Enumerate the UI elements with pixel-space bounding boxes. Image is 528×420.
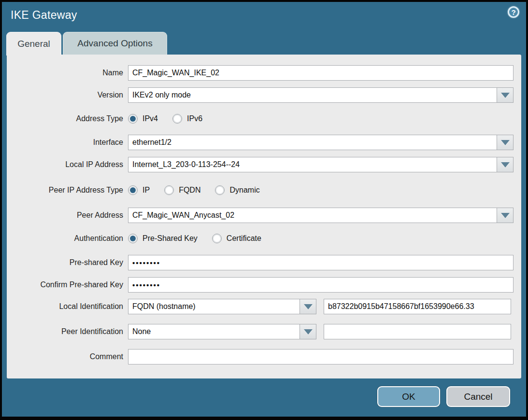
peer-identification-value-input[interactable]	[324, 324, 511, 339]
local-identification-type-input[interactable]	[128, 299, 300, 314]
row-version: Version	[7, 87, 521, 103]
radio-option-certificate[interactable]: Certificate	[212, 234, 261, 243]
radio-pre-shared-key-label: Pre-Shared Key	[143, 234, 198, 243]
local-identification-label: Local Identification	[7, 302, 128, 311]
peer-identification-label: Peer Identification	[7, 327, 128, 336]
radio-dynamic[interactable]	[215, 185, 225, 195]
general-tab-panel: Name Version Address Type IPv4	[7, 55, 521, 378]
peer-address-dropdown	[128, 208, 514, 223]
row-authentication: Authentication Pre-Shared Key Certificat…	[7, 231, 521, 246]
help-icon[interactable]: ?	[508, 6, 519, 18]
row-confirm-pre-shared-key: Confirm Pre-shared Key	[7, 277, 521, 293]
local-ip-dropdown-button[interactable]	[497, 157, 514, 172]
radio-option-ipv4[interactable]: IPv4	[128, 114, 158, 124]
radio-ip-label: IP	[143, 186, 150, 195]
chevron-down-icon	[304, 329, 313, 335]
version-dropdown	[128, 87, 514, 103]
authentication-radio-group: Pre-Shared Key Certificate	[128, 234, 261, 243]
row-name: Name	[7, 65, 521, 81]
name-label: Name	[7, 69, 128, 77]
chevron-down-icon	[304, 304, 313, 309]
cancel-button[interactable]: Cancel	[446, 386, 510, 407]
local-ip-input[interactable]	[128, 157, 497, 172]
row-local-ip: Local IP Address	[7, 157, 521, 172]
row-address-type: Address Type IPv4 IPv6	[7, 111, 521, 126]
radio-option-ip[interactable]: IP	[128, 185, 150, 195]
confirm-pre-shared-key-label: Confirm Pre-shared Key	[7, 280, 128, 289]
radio-option-fqdn[interactable]: FQDN	[164, 185, 200, 195]
local-identification-type-dropdown	[128, 299, 316, 314]
radio-option-pre-shared-key[interactable]: Pre-Shared Key	[128, 234, 198, 243]
row-pre-shared-key: Pre-shared Key	[7, 255, 521, 270]
ike-gateway-dialog: IKE Gateway ? General Advanced Options N…	[0, 0, 528, 420]
chevron-down-icon	[501, 213, 510, 218]
comment-input[interactable]	[128, 349, 514, 364]
comment-label: Comment	[7, 352, 128, 361]
radio-fqdn-label: FQDN	[179, 186, 200, 195]
version-dropdown-button[interactable]	[497, 87, 514, 103]
row-interface: Interface	[7, 135, 521, 150]
peer-identification-type-input[interactable]	[128, 324, 300, 339]
pre-shared-key-label: Pre-shared Key	[7, 258, 128, 267]
local-identification-value-input[interactable]	[324, 299, 511, 314]
radio-ip[interactable]	[128, 185, 138, 195]
version-label: Version	[7, 91, 128, 99]
tab-advanced-options-label: Advanced Options	[77, 38, 152, 49]
ok-button-label: OK	[402, 392, 415, 402]
local-ip-label: Local IP Address	[7, 160, 128, 169]
dialog-titlebar: IKE Gateway ?	[2, 2, 526, 32]
radio-pre-shared-key[interactable]	[128, 234, 138, 243]
authentication-label: Authentication	[7, 234, 128, 243]
address-type-label: Address Type	[7, 114, 128, 123]
row-peer-address: Peer Address	[7, 208, 521, 223]
dialog-title: IKE Gateway	[11, 9, 77, 22]
radio-option-dynamic[interactable]: Dynamic	[215, 185, 259, 195]
pre-shared-key-input[interactable]	[128, 255, 514, 270]
tab-advanced-options[interactable]: Advanced Options	[63, 32, 167, 55]
radio-ipv4[interactable]	[128, 114, 138, 124]
row-peer-ip-type: Peer IP Address Type IP FQDN Dynamic	[7, 182, 521, 198]
address-type-radio-group: IPv4 IPv6	[128, 114, 202, 124]
interface-label: Interface	[7, 138, 128, 147]
local-ip-dropdown	[128, 157, 514, 172]
peer-identification-dropdown-button[interactable]	[300, 324, 316, 339]
interface-dropdown	[128, 135, 514, 150]
peer-ip-type-label: Peer IP Address Type	[7, 186, 128, 195]
tab-general[interactable]: General	[6, 32, 61, 56]
local-identification-dropdown-button[interactable]	[300, 299, 316, 314]
peer-identification-type-dropdown	[128, 324, 316, 339]
radio-ipv4-label: IPv4	[143, 114, 158, 123]
peer-address-dropdown-button[interactable]	[497, 208, 514, 223]
radio-ipv6-label: IPv6	[187, 114, 202, 123]
row-local-identification: Local Identification	[7, 299, 521, 314]
chevron-down-icon	[501, 93, 510, 98]
interface-input[interactable]	[128, 135, 497, 150]
version-input[interactable]	[128, 87, 497, 103]
chevron-down-icon	[501, 140, 510, 145]
radio-ipv6[interactable]	[172, 114, 182, 124]
peer-address-input[interactable]	[128, 208, 497, 223]
radio-fqdn[interactable]	[164, 185, 174, 195]
radio-option-ipv6[interactable]: IPv6	[172, 114, 202, 124]
radio-dynamic-label: Dynamic	[229, 186, 259, 195]
ok-button[interactable]: OK	[377, 386, 440, 407]
radio-certificate-label: Certificate	[227, 234, 261, 243]
name-input[interactable]	[128, 65, 514, 81]
interface-dropdown-button[interactable]	[497, 135, 514, 150]
row-peer-identification: Peer Identification	[7, 324, 521, 339]
row-comment: Comment	[7, 349, 521, 364]
confirm-pre-shared-key-input[interactable]	[128, 277, 514, 293]
radio-certificate[interactable]	[212, 234, 222, 243]
chevron-down-icon	[501, 162, 510, 168]
tab-general-label: General	[17, 39, 50, 49]
cancel-button-label: Cancel	[464, 392, 492, 402]
peer-ip-type-radio-group: IP FQDN Dynamic	[128, 185, 260, 195]
peer-address-label: Peer Address	[7, 211, 128, 220]
